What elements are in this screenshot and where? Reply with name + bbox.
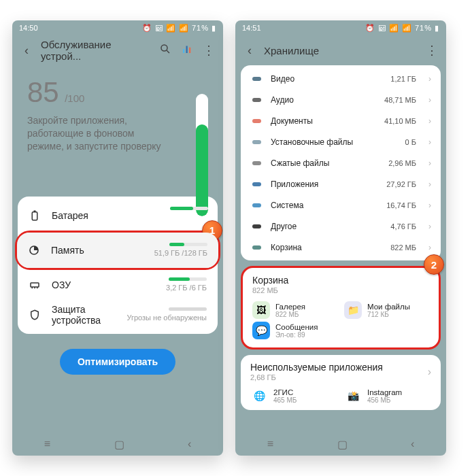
storage-cat-row[interactable]: Корзина 822 МБ › [241,237,441,258]
nav-back-icon[interactable]: ‹ [188,438,191,450]
cat-label: Документы [271,116,376,126]
chevron-right-icon: › [428,95,431,105]
app-item[interactable]: 📸 Instagram 456 МБ [344,387,431,405]
cat-label: Приложения [271,180,378,189]
storage-icon [28,244,40,256]
app-name: Instagram [367,388,402,396]
phone-storage: 14:51 ⏰ 🗟 📶 📶 71% ▮ ‹ Хранилище ⋮ Видео … [235,20,446,456]
cat-label: Установочные файлы [271,137,397,147]
step-badge-2: 2 [424,254,444,275]
cat-value: 1,21 ГБ [390,75,416,83]
nav-recents-icon[interactable]: ≡ [44,438,50,450]
cat-color-icon [250,119,263,123]
app-bar: ‹ Обслуживание устрой... ⋮ [12,35,223,65]
nav-bar: ≡ ▢ ‹ [235,432,446,456]
app-icon: 💬 [252,322,270,339]
shield-icon [29,309,41,321]
section-title: Корзина [252,275,429,286]
chart-icon[interactable] [180,43,195,58]
cat-color-icon [250,98,263,102]
more-icon[interactable]: ⋮ [201,43,216,58]
app-name: Мои файлы [367,303,410,311]
unused-apps-section[interactable]: Неиспользуемые приложения 2,68 ГБ › 🌐 2Г… [241,355,441,410]
storage-cat-row[interactable]: Приложения 27,92 ГБ › [241,173,441,194]
storage-cat-row[interactable]: Установочные файлы 0 Б › [241,131,441,152]
app-item[interactable]: 📁 Мои файлы 712 КБ [344,301,429,319]
cat-value: 4,76 ГБ [390,222,416,231]
battery-icon [29,209,41,222]
row-ram[interactable]: ОЗУ 3,2 ГБ /6 ГБ [18,270,218,300]
cat-color-icon [250,77,263,81]
page-title: Обслуживание устрой... [41,39,151,62]
app-item[interactable]: 🌐 2ГИС 465 МБ [250,387,337,405]
row-memory[interactable]: Память 51,9 ГБ /128 ГБ [17,233,218,268]
cat-value: 0 Б [405,138,416,146]
search-icon[interactable] [158,43,173,58]
chevron-right-icon: › [428,201,431,210]
svg-line-1 [167,50,169,53]
app-item[interactable]: 💬 Сообщения Эл-ов: 89 [252,322,337,339]
row-label: Память [51,245,144,256]
storage-cat-row[interactable]: Аудио 48,71 МБ › [241,89,441,110]
svg-point-0 [161,45,167,51]
chevron-right-icon: › [428,222,431,231]
score-max: /100 [65,92,84,104]
storage-cat-row[interactable]: Документы 41,10 МБ › [241,110,441,131]
row-security[interactable]: Защита устройства Угрозы не обнаружены [18,300,218,330]
phone-device-care: 14:50 ⏰ 🗟 📶 📶 71% ▮ ‹ Обслуживание устро… [12,20,223,456]
storage-cat-row[interactable]: Система 16,74 ГБ › [241,194,441,216]
cat-color-icon [250,140,263,144]
chevron-right-icon: › [428,180,431,189]
row-battery[interactable]: Батарея [18,201,218,231]
score-value: 85 [27,76,59,109]
status-bar: 14:50 ⏰ 🗟 📶 📶 71% ▮ [12,20,223,35]
chevron-right-icon: › [428,158,431,168]
more-icon[interactable]: ⋮ [424,43,439,58]
cat-value: 822 МБ [390,243,416,252]
chevron-right-icon: › [428,366,431,378]
cat-label: Сжатые файлы [271,158,380,168]
row-value: Угрозы не обнаружены [127,313,207,322]
app-item[interactable]: 🖼 Галерея 822 МБ [252,301,337,319]
storage-cat-row[interactable]: Видео 1,21 ГБ › [241,68,441,89]
nav-home-icon[interactable]: ▢ [114,438,124,451]
row-value: 3,2 ГБ /6 ГБ [166,284,207,292]
nav-home-icon[interactable]: ▢ [337,438,348,451]
svg-rect-3 [186,46,188,53]
app-name: Сообщения [275,323,318,331]
cat-color-icon [250,161,263,165]
section-title: Неиспользуемые приложения [250,362,428,373]
svg-rect-6 [34,210,36,211]
row-value: 51,9 ГБ /128 ГБ [154,249,207,257]
advice-text: Закройте приложения, работающие в фоново… [27,114,163,153]
svg-rect-5 [32,211,37,220]
category-list: Батарея 1 Память 51,9 ГБ /128 ГБ ОЗУ 3,2… [18,197,218,334]
chevron-right-icon: › [428,74,431,84]
row-label: Батарея [52,210,207,221]
cat-label: Система [271,201,378,210]
section-size: 822 МБ [252,286,429,294]
trash-section[interactable]: 2 Корзина 822 МБ 🖼 Галерея 822 МБ📁 Мои ф… [241,266,441,350]
back-icon[interactable]: ‹ [19,44,34,58]
row-label: Защита устройства [52,304,116,326]
svg-rect-2 [183,49,184,53]
app-size: 822 МБ [275,311,305,318]
back-icon[interactable]: ‹ [242,44,257,58]
app-size: 712 КБ [367,311,410,318]
status-indicators: ⏰ 🗟 📶 📶 71% ▮ [365,24,439,33]
score-gauge [196,94,208,216]
storage-cat-row[interactable]: Сжатые файлы 2,96 МБ › [241,152,441,173]
cat-color-icon [250,224,263,228]
app-size: 465 МБ [273,396,297,404]
optimize-button[interactable]: Оптимизировать [60,349,175,375]
cat-label: Корзина [271,243,382,252]
nav-back-icon[interactable]: ‹ [411,438,414,450]
chevron-right-icon: › [428,116,431,126]
nav-recents-icon[interactable]: ≡ [267,438,273,450]
cat-value: 27,92 ГБ [386,180,416,188]
status-bar: 14:51 ⏰ 🗟 📶 📶 71% ▮ [235,20,446,35]
status-indicators: ⏰ 🗟 📶 📶 71% ▮ [142,24,216,33]
storage-cat-row[interactable]: Другое 4,76 ГБ › [241,216,441,237]
score-panel: 85 /100 Закройте приложения, работающие … [12,65,223,156]
cat-value: 41,10 МБ [384,117,416,125]
